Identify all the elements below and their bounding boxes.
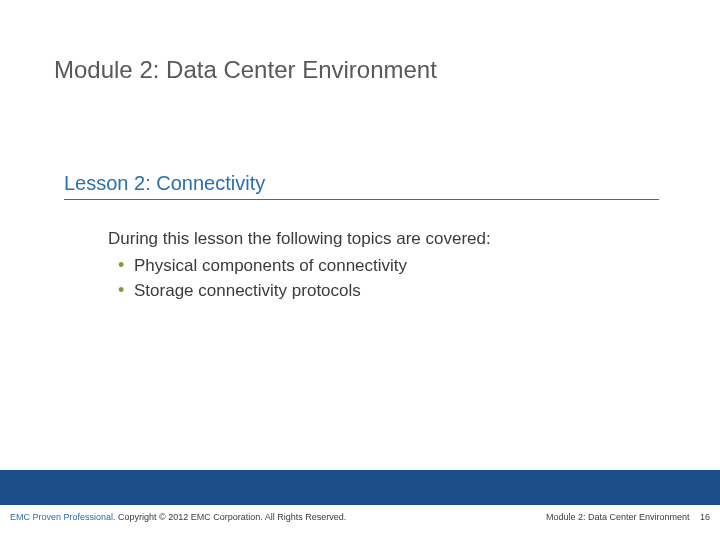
list-item: Physical components of connectivity (134, 255, 648, 278)
footer-right: Module 2: Data Center Environment 16 (546, 512, 710, 522)
lesson-title: Lesson 2: Connectivity (64, 172, 659, 200)
slide: Module 2: Data Center Environment Lesson… (0, 0, 720, 540)
footer-module-label: Module 2: Data Center Environment (546, 512, 690, 522)
footer: EMC Proven Professional. Copyright © 201… (0, 512, 720, 522)
footer-left: EMC Proven Professional. Copyright © 201… (10, 512, 346, 522)
footer-proven-professional: EMC Proven Professional. (10, 512, 116, 522)
bullet-list: Physical components of connectivity Stor… (108, 255, 648, 303)
footer-page-number: 16 (700, 512, 710, 522)
body-block: During this lesson the following topics … (108, 228, 648, 305)
module-title: Module 2: Data Center Environment (54, 56, 437, 84)
accent-bar (0, 470, 720, 505)
body-intro: During this lesson the following topics … (108, 228, 648, 251)
list-item: Storage connectivity protocols (134, 280, 648, 303)
footer-copyright: Copyright © 2012 EMC Corporation. All Ri… (116, 512, 347, 522)
